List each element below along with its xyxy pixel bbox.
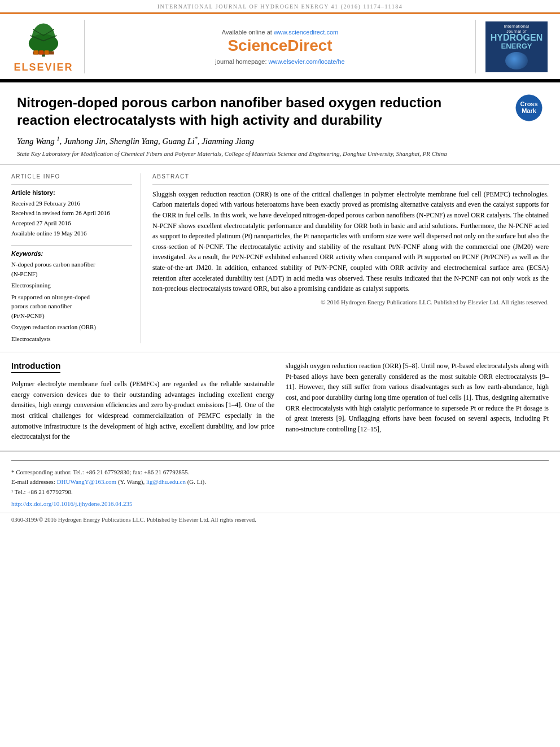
intro-heading: Introduction <box>11 361 60 373</box>
svg-text:Cross: Cross <box>520 101 537 107</box>
svg-text:Mark: Mark <box>522 107 537 114</box>
elsevier-brand: ELSEVIER <box>14 62 73 73</box>
abstract-text: Sluggish oxygen reduction reaction (ORR)… <box>152 189 549 294</box>
divider-2 <box>11 245 132 246</box>
introduction-section: Introduction Polymer electrolyte membran… <box>0 352 560 451</box>
keyword-5: Oxygen reduction reaction (ORR) <box>11 322 132 332</box>
journal-homepage: journal homepage: www.elsevier.com/locat… <box>215 58 344 65</box>
available-date: Available online 19 May 2016 <box>11 229 132 239</box>
keyword-4c: (Pt/N-PCNF) <box>11 311 132 321</box>
footnote-email: E-mail addresses: DHUWangY@163.com (Y. W… <box>11 477 549 487</box>
footnote-corresponding: * Corresponding author. Tel.: +86 21 677… <box>11 468 549 478</box>
available-online-text: Available online at www.sciencedirect.co… <box>222 29 338 36</box>
divider-3 <box>152 184 549 185</box>
footnote-tel: ¹ Tel.: +86 21 67792798. <box>11 487 549 497</box>
keyword-4b: porous carbon nanofiber <box>11 302 132 311</box>
intro-right-text: sluggish oxygen reduction reaction (ORR)… <box>286 361 549 434</box>
footnote-divider <box>11 460 549 464</box>
keyword-3: Electrospinning <box>11 281 132 290</box>
title-section: Cross Mark Nitrogen-doped porous carbon … <box>0 82 560 165</box>
email-label: E-mail addresses: <box>11 478 55 485</box>
corresponding-label: * Corresponding author. <box>11 469 72 475</box>
intro-left-text: Polymer electrolyte membrane fuel cells … <box>11 379 274 442</box>
keyword-4: Pt supported on nitrogen-doped <box>11 292 132 302</box>
history-label: Article history: <box>11 189 132 196</box>
abstract-heading: Abstract <box>152 173 549 180</box>
journal-header: International Journal of Hydrogen Energy… <box>0 0 560 12</box>
copyright: © 2016 Hydrogen Energy Publications LLC.… <box>152 299 549 305</box>
svg-rect-11 <box>45 50 49 54</box>
article-info-heading: Article Info <box>11 173 132 180</box>
keywords-list: N-doped porous carbon nanofiber (N-PCNF)… <box>11 260 132 343</box>
affiliation: State Key Laboratory for Modification of… <box>17 150 543 158</box>
doi-link[interactable]: http://dx.doi.org/10.1016/j.ijhydene.201… <box>11 500 133 507</box>
intro-left-column: Introduction Polymer electrolyte membran… <box>11 361 274 442</box>
article-info-column: Article Info Article history: Received 2… <box>11 173 141 343</box>
bottom-bar: 0360-3199/© 2016 Hydrogen Energy Publica… <box>0 513 560 526</box>
received-date: Received 29 February 2016 <box>11 199 132 209</box>
email2-name: (G. Li). <box>187 478 206 485</box>
content-area: Article Info Article history: Received 2… <box>0 165 560 352</box>
keywords-heading: Keywords: <box>11 250 132 257</box>
journal-title: International Journal of Hydrogen Energy… <box>158 3 403 10</box>
journal-url-link[interactable]: www.elsevier.com/locate/he <box>269 58 345 65</box>
email2-link[interactable]: lig@dhu.edu.cn <box>146 478 186 485</box>
svg-rect-9 <box>34 50 38 54</box>
divider-1 <box>11 184 132 185</box>
footer-section: * Corresponding author. Tel.: +86 21 677… <box>0 451 560 513</box>
paper-title: Nitrogen-doped porous carbon nanofiber b… <box>17 94 480 129</box>
authors: Yang Wang 1, Junhong Jin, Shenglin Yang,… <box>17 136 543 146</box>
elsevier-tree-image <box>15 20 72 59</box>
center-header: Available online at www.sciencedirect.co… <box>93 20 467 73</box>
abstract-column: Abstract Sluggish oxygen reduction react… <box>141 173 549 343</box>
received-revised-date: Received in revised form 26 April 2016 <box>11 208 132 219</box>
keyword-6: Electrocatalysts <box>11 334 132 344</box>
email1-name: (Y. Wang), <box>118 478 145 485</box>
intro-right-column: sluggish oxygen reduction reaction (ORR)… <box>286 361 549 442</box>
elsevier-logo: ELSEVIER <box>11 20 85 73</box>
hydrogen-energy-logo: International Journal of HYDROGEN ENERGY <box>485 21 548 72</box>
intro-columns: Introduction Polymer electrolyte membran… <box>11 361 549 442</box>
accepted-date: Accepted 27 April 2016 <box>11 219 132 229</box>
available-online-link[interactable]: www.sciencedirect.com <box>274 29 338 36</box>
email1-link[interactable]: DHUWangY@163.com <box>57 478 116 485</box>
keyword-1: N-doped porous carbon nanofiber <box>11 260 132 269</box>
svg-rect-10 <box>40 50 43 54</box>
sciencedirect-brand: ScienceDirect <box>228 37 332 55</box>
keyword-2: (N-PCNF) <box>11 269 132 279</box>
right-logo-area: International Journal of HYDROGEN ENERGY <box>475 20 549 73</box>
issn-text: 0360-3199/© 2016 Hydrogen Energy Publica… <box>11 517 256 523</box>
crossmark-logo: Cross Mark <box>515 94 543 122</box>
article-dates: Received 29 February 2016 Received in re… <box>11 199 132 238</box>
author-list: Yang Wang 1, Junhong Jin, Shenglin Yang,… <box>17 137 254 146</box>
header: ELSEVIER Available online at www.science… <box>0 14 560 80</box>
hydrogen-energy-graphic <box>505 52 528 69</box>
corresponding-contact: Tel.: +86 21 67792830; fax: +86 21 67792… <box>73 469 189 475</box>
